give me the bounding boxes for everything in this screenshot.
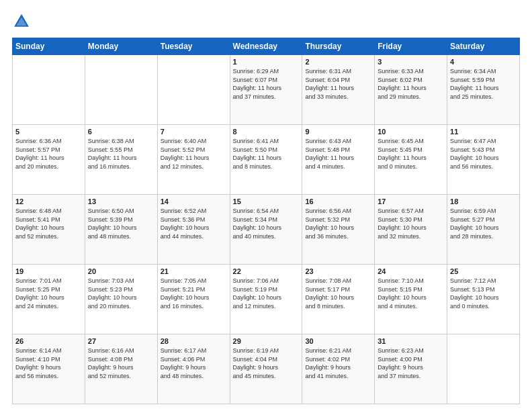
day-number: 13 <box>88 197 154 205</box>
day-cell: 22Sunrise: 7:06 AM Sunset: 5:19 PM Dayli… <box>230 265 302 334</box>
day-info: Sunrise: 6:17 AM Sunset: 4:06 PM Dayligh… <box>161 347 227 380</box>
day-cell: 13Sunrise: 6:50 AM Sunset: 5:39 PM Dayli… <box>85 195 157 265</box>
day-cell: 8Sunrise: 6:41 AM Sunset: 5:50 PM Daylig… <box>230 125 302 195</box>
logo-icon <box>12 12 31 31</box>
day-cell: 26Sunrise: 6:14 AM Sunset: 4:10 PM Dayli… <box>13 334 85 404</box>
day-cell: 12Sunrise: 6:48 AM Sunset: 5:41 PM Dayli… <box>13 195 85 265</box>
weekday-wednesday: Wednesday <box>230 38 302 55</box>
day-info: Sunrise: 7:12 AM Sunset: 5:13 PM Dayligh… <box>450 277 517 310</box>
day-number: 28 <box>161 337 227 345</box>
day-number: 8 <box>233 128 300 136</box>
day-number: 20 <box>88 267 154 275</box>
day-cell: 16Sunrise: 6:56 AM Sunset: 5:32 PM Dayli… <box>302 195 375 265</box>
day-cell <box>13 55 85 125</box>
day-cell: 24Sunrise: 7:10 AM Sunset: 5:15 PM Dayli… <box>375 265 447 334</box>
day-info: Sunrise: 6:59 AM Sunset: 5:27 PM Dayligh… <box>450 207 517 240</box>
weekday-thursday: Thursday <box>302 38 375 55</box>
day-info: Sunrise: 6:38 AM Sunset: 5:55 PM Dayligh… <box>88 137 154 171</box>
day-info: Sunrise: 7:05 AM Sunset: 5:21 PM Dayligh… <box>161 277 227 310</box>
day-cell: 17Sunrise: 6:57 AM Sunset: 5:30 PM Dayli… <box>375 195 447 265</box>
day-cell: 29Sunrise: 6:19 AM Sunset: 4:04 PM Dayli… <box>230 334 302 404</box>
day-cell: 1Sunrise: 6:29 AM Sunset: 6:07 PM Daylig… <box>230 55 302 125</box>
weekday-header-row: SundayMondayTuesdayWednesdayThursdayFrid… <box>13 38 520 55</box>
day-cell <box>157 55 230 125</box>
weekday-friday: Friday <box>375 38 447 55</box>
day-number: 18 <box>450 197 517 205</box>
day-info: Sunrise: 6:16 AM Sunset: 4:08 PM Dayligh… <box>88 347 154 380</box>
day-info: Sunrise: 6:14 AM Sunset: 4:10 PM Dayligh… <box>15 347 82 380</box>
week-row-3: 12Sunrise: 6:48 AM Sunset: 5:41 PM Dayli… <box>13 195 520 265</box>
day-cell: 30Sunrise: 6:21 AM Sunset: 4:02 PM Dayli… <box>302 334 375 404</box>
day-info: Sunrise: 7:10 AM Sunset: 5:15 PM Dayligh… <box>378 277 444 310</box>
day-number: 3 <box>378 58 444 66</box>
day-number: 31 <box>378 337 444 345</box>
day-number: 12 <box>15 197 82 205</box>
day-number: 19 <box>15 267 82 275</box>
day-info: Sunrise: 6:21 AM Sunset: 4:02 PM Dayligh… <box>305 347 371 380</box>
day-number: 1 <box>233 58 300 66</box>
day-info: Sunrise: 6:47 AM Sunset: 5:43 PM Dayligh… <box>450 137 517 171</box>
day-number: 6 <box>88 128 154 136</box>
day-number: 7 <box>161 128 227 136</box>
day-number: 15 <box>233 197 300 205</box>
day-number: 14 <box>161 197 227 205</box>
weekday-saturday: Saturday <box>447 38 520 55</box>
logo <box>12 12 34 31</box>
day-number: 10 <box>378 128 444 136</box>
day-cell: 9Sunrise: 6:43 AM Sunset: 5:48 PM Daylig… <box>302 125 375 195</box>
day-number: 30 <box>305 337 371 345</box>
day-cell: 2Sunrise: 6:31 AM Sunset: 6:04 PM Daylig… <box>302 55 375 125</box>
day-cell: 25Sunrise: 7:12 AM Sunset: 5:13 PM Dayli… <box>447 265 520 334</box>
day-info: Sunrise: 7:08 AM Sunset: 5:17 PM Dayligh… <box>305 277 371 310</box>
day-info: Sunrise: 6:40 AM Sunset: 5:52 PM Dayligh… <box>161 137 227 171</box>
day-info: Sunrise: 6:45 AM Sunset: 5:45 PM Dayligh… <box>378 137 444 171</box>
day-cell: 3Sunrise: 6:33 AM Sunset: 6:02 PM Daylig… <box>375 55 447 125</box>
day-cell <box>85 55 157 125</box>
day-number: 2 <box>305 58 371 66</box>
day-cell: 31Sunrise: 6:23 AM Sunset: 4:00 PM Dayli… <box>375 334 447 404</box>
day-number: 4 <box>450 58 517 66</box>
day-cell: 15Sunrise: 6:54 AM Sunset: 5:34 PM Dayli… <box>230 195 302 265</box>
day-info: Sunrise: 6:41 AM Sunset: 5:50 PM Dayligh… <box>233 137 300 171</box>
day-info: Sunrise: 7:01 AM Sunset: 5:25 PM Dayligh… <box>15 277 82 310</box>
day-info: Sunrise: 6:36 AM Sunset: 5:57 PM Dayligh… <box>15 137 82 171</box>
day-number: 11 <box>450 128 517 136</box>
day-info: Sunrise: 6:43 AM Sunset: 5:48 PM Dayligh… <box>305 137 371 171</box>
day-info: Sunrise: 6:33 AM Sunset: 6:02 PM Dayligh… <box>378 67 444 101</box>
day-cell: 19Sunrise: 7:01 AM Sunset: 5:25 PM Dayli… <box>13 265 85 334</box>
header <box>12 12 520 31</box>
week-row-1: 1Sunrise: 6:29 AM Sunset: 6:07 PM Daylig… <box>13 55 520 125</box>
day-info: Sunrise: 6:52 AM Sunset: 5:36 PM Dayligh… <box>161 207 227 240</box>
day-cell: 10Sunrise: 6:45 AM Sunset: 5:45 PM Dayli… <box>375 125 447 195</box>
day-number: 16 <box>305 197 371 205</box>
day-cell: 5Sunrise: 6:36 AM Sunset: 5:57 PM Daylig… <box>13 125 85 195</box>
day-info: Sunrise: 7:03 AM Sunset: 5:23 PM Dayligh… <box>88 277 154 310</box>
day-cell: 6Sunrise: 6:38 AM Sunset: 5:55 PM Daylig… <box>85 125 157 195</box>
day-cell: 14Sunrise: 6:52 AM Sunset: 5:36 PM Dayli… <box>157 195 230 265</box>
day-cell: 11Sunrise: 6:47 AM Sunset: 5:43 PM Dayli… <box>447 125 520 195</box>
day-number: 27 <box>88 337 154 345</box>
day-info: Sunrise: 6:19 AM Sunset: 4:04 PM Dayligh… <box>233 347 300 380</box>
weekday-sunday: Sunday <box>13 38 85 55</box>
page: SundayMondayTuesdayWednesdayThursdayFrid… <box>0 0 532 411</box>
day-number: 26 <box>15 337 82 345</box>
day-info: Sunrise: 7:06 AM Sunset: 5:19 PM Dayligh… <box>233 277 300 310</box>
day-number: 29 <box>233 337 300 345</box>
week-row-5: 26Sunrise: 6:14 AM Sunset: 4:10 PM Dayli… <box>13 334 520 404</box>
day-cell: 4Sunrise: 6:34 AM Sunset: 5:59 PM Daylig… <box>447 55 520 125</box>
day-number: 23 <box>305 267 371 275</box>
day-cell: 21Sunrise: 7:05 AM Sunset: 5:21 PM Dayli… <box>157 265 230 334</box>
day-cell: 18Sunrise: 6:59 AM Sunset: 5:27 PM Dayli… <box>447 195 520 265</box>
day-cell: 28Sunrise: 6:17 AM Sunset: 4:06 PM Dayli… <box>157 334 230 404</box>
day-info: Sunrise: 6:34 AM Sunset: 5:59 PM Dayligh… <box>450 67 517 101</box>
day-cell <box>447 334 520 404</box>
day-cell: 23Sunrise: 7:08 AM Sunset: 5:17 PM Dayli… <box>302 265 375 334</box>
day-info: Sunrise: 6:48 AM Sunset: 5:41 PM Dayligh… <box>15 207 82 240</box>
day-number: 24 <box>378 267 444 275</box>
day-number: 25 <box>450 267 517 275</box>
week-row-2: 5Sunrise: 6:36 AM Sunset: 5:57 PM Daylig… <box>13 125 520 195</box>
day-number: 22 <box>233 267 300 275</box>
day-number: 5 <box>15 128 82 136</box>
week-row-4: 19Sunrise: 7:01 AM Sunset: 5:25 PM Dayli… <box>13 265 520 334</box>
day-cell: 7Sunrise: 6:40 AM Sunset: 5:52 PM Daylig… <box>157 125 230 195</box>
